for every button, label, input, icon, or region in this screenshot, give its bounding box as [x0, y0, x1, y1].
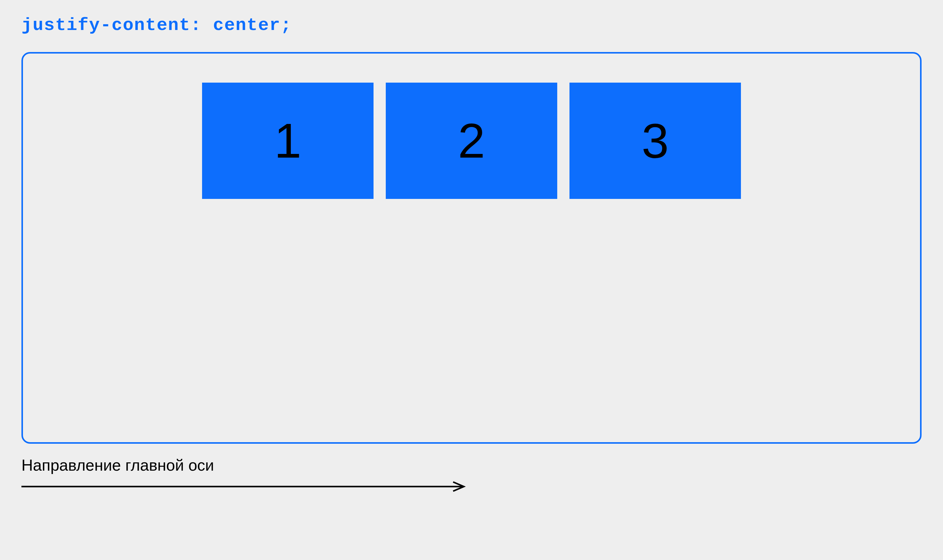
axis-label: Направление главной оси: [22, 456, 921, 474]
flex-item: 3: [570, 83, 741, 199]
flex-item: 2: [386, 83, 557, 199]
code-heading: justify-content: center;: [22, 15, 921, 35]
arrow-right-icon: [22, 480, 468, 493]
flex-container-demo: 1 2 3: [22, 52, 921, 444]
flex-item: 1: [202, 83, 373, 199]
axis-section: Направление главной оси: [22, 456, 921, 494]
